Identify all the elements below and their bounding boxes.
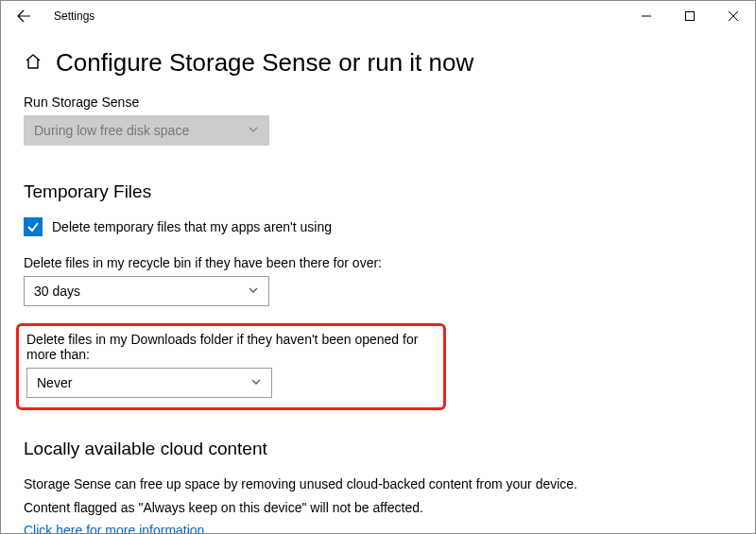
downloads-value: Never [37,375,72,390]
minimize-button[interactable] [625,1,668,31]
arrow-left-icon [16,9,31,24]
downloads-dropdown[interactable]: Never [26,368,272,398]
delete-temp-checkbox[interactable] [24,217,43,236]
more-info-link[interactable]: Click here for more information [24,523,204,534]
titlebar: Settings [1,1,755,31]
home-icon[interactable] [24,52,43,75]
cloud-heading: Locally available cloud content [24,439,732,459]
recycle-dropdown[interactable]: 30 days [24,276,269,306]
maximize-button[interactable] [668,1,712,31]
back-button[interactable] [9,1,39,31]
recycle-value: 30 days [34,284,80,299]
chevron-down-icon [248,284,259,299]
temp-files-heading: Temporary Files [24,181,732,202]
maximize-icon [685,11,695,21]
close-icon [729,11,738,21]
window-controls [625,1,755,31]
page-title: Configure Storage Sense or run it now [56,48,473,78]
downloads-label: Delete files in my Downloads folder if t… [26,332,436,362]
run-sense-value: During low free disk space [34,123,189,138]
chevron-down-icon [250,375,262,390]
run-sense-label: Run Storage Sense [24,95,732,110]
close-button[interactable] [712,1,755,31]
app-title: Settings [54,9,94,23]
check-icon [26,220,40,233]
recycle-label: Delete files in my recycle bin if they h… [24,255,732,270]
run-sense-dropdown: During low free disk space [24,115,269,146]
delete-temp-label: Delete temporary files that my apps aren… [52,219,332,234]
chevron-down-icon [248,123,259,138]
cloud-text-2: Content flagged as "Always keep on this … [24,498,732,518]
cloud-text-1: Storage Sense can free up space by remov… [24,474,732,494]
downloads-highlight: Delete files in my Downloads folder if t… [16,323,446,410]
svg-rect-0 [686,12,695,21]
minimize-icon [642,11,651,21]
